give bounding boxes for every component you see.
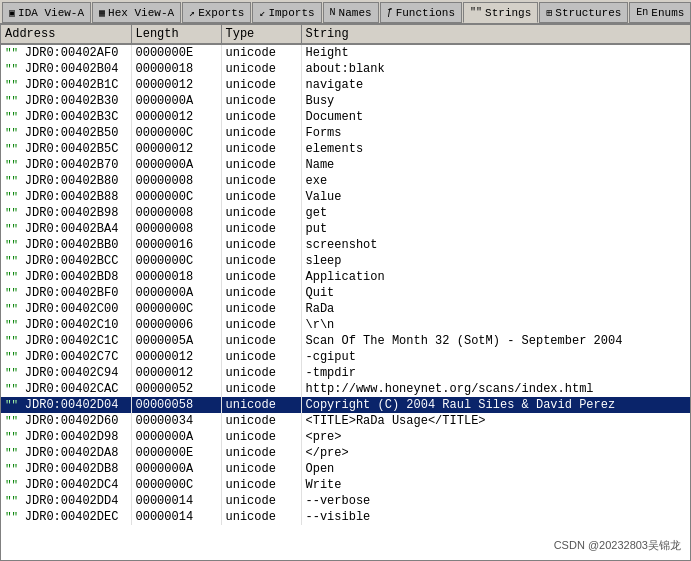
cell-address: "" JDR0:00402DC4	[1, 477, 131, 493]
cell-type: unicode	[221, 317, 301, 333]
table-row[interactable]: "" JDR0:00402B3C00000012unicodeDocument	[1, 109, 690, 125]
cell-address: "" JDR0:00402D60	[1, 413, 131, 429]
tab-enums[interactable]: EnEnums	[629, 2, 691, 23]
tab-strings[interactable]: ""Strings	[463, 2, 538, 23]
table-row[interactable]: "" JDR0:00402BCC0000000Cunicodesleep	[1, 253, 690, 269]
table-row[interactable]: "" JDR0:00402DEC00000014unicode--visible	[1, 509, 690, 525]
cell-length: 0000005A	[131, 333, 221, 349]
cell-address: "" JDR0:00402B98	[1, 205, 131, 221]
cell-address: "" JDR0:00402C94	[1, 365, 131, 381]
table-row[interactable]: "" JDR0:00402BA400000008unicodeput	[1, 221, 690, 237]
address-value: JDR0:00402B98	[25, 206, 119, 220]
tab-icon: N	[330, 7, 336, 18]
table-row[interactable]: "" JDR0:00402B700000000AunicodeName	[1, 157, 690, 173]
table-row[interactable]: "" JDR0:00402B880000000CunicodeValue	[1, 189, 690, 205]
cell-length: 00000008	[131, 205, 221, 221]
table-row[interactable]: "" JDR0:00402DC40000000CunicodeWrite	[1, 477, 690, 493]
cell-length: 00000052	[131, 381, 221, 397]
table-row[interactable]: "" JDR0:00402DD400000014unicode--verbose	[1, 493, 690, 509]
tab-ida-view-a[interactable]: ▣IDA View-A	[2, 2, 91, 23]
cell-length: 0000000E	[131, 44, 221, 61]
table-row[interactable]: "" JDR0:00402D6000000034unicode<TITLE>Ra…	[1, 413, 690, 429]
strings-table-container[interactable]: Address Length Type String "" JDR0:00402…	[0, 24, 691, 561]
cell-string: get	[301, 205, 690, 221]
cell-length: 00000016	[131, 237, 221, 253]
table-row[interactable]: "" JDR0:00402C1C0000005AunicodeScan Of T…	[1, 333, 690, 349]
cell-string: screenshot	[301, 237, 690, 253]
address-value: JDR0:00402BF0	[25, 286, 119, 300]
table-row[interactable]: "" JDR0:00402BB000000016unicodescreensho…	[1, 237, 690, 253]
row-prefix: ""	[5, 431, 25, 443]
cell-address: "" JDR0:00402B30	[1, 93, 131, 109]
cell-type: unicode	[221, 365, 301, 381]
cell-string: Busy	[301, 93, 690, 109]
cell-address: "" JDR0:00402C00	[1, 301, 131, 317]
cell-string: <TITLE>RaDa Usage</TITLE>	[301, 413, 690, 429]
row-prefix: ""	[5, 383, 25, 395]
row-prefix: ""	[5, 511, 25, 523]
cell-string: \r\n	[301, 317, 690, 333]
row-prefix: ""	[5, 127, 25, 139]
row-prefix: ""	[5, 271, 25, 283]
table-row[interactable]: "" JDR0:00402D0400000058unicodeCopyright…	[1, 397, 690, 413]
cell-length: 0000000C	[131, 301, 221, 317]
cell-length: 00000018	[131, 269, 221, 285]
table-row[interactable]: "" JDR0:00402B1C00000012unicodenavigate	[1, 77, 690, 93]
row-prefix: ""	[5, 191, 25, 203]
cell-type: unicode	[221, 445, 301, 461]
address-value: JDR0:00402B50	[25, 126, 119, 140]
tab-exports[interactable]: ↗Exports	[182, 2, 251, 23]
table-row[interactable]: "" JDR0:00402B9800000008unicodeget	[1, 205, 690, 221]
table-row[interactable]: "" JDR0:00402C1000000006unicode\r\n	[1, 317, 690, 333]
cell-address: "" JDR0:00402D04	[1, 397, 131, 413]
tab-hex-view-a[interactable]: ▦Hex View-A	[92, 2, 181, 23]
row-prefix: ""	[5, 495, 25, 507]
cell-type: unicode	[221, 157, 301, 173]
table-row[interactable]: "" JDR0:00402B8000000008unicodeexe	[1, 173, 690, 189]
table-row[interactable]: "" JDR0:00402B0400000018unicodeabout:bla…	[1, 61, 690, 77]
table-row[interactable]: "" JDR0:00402C000000000CunicodeRaDa	[1, 301, 690, 317]
tab-imports[interactable]: ↙Imports	[252, 2, 321, 23]
address-value: JDR0:00402B3C	[25, 110, 119, 124]
table-row[interactable]: "" JDR0:00402BD800000018unicodeApplicati…	[1, 269, 690, 285]
cell-length: 00000012	[131, 349, 221, 365]
table-row[interactable]: "" JDR0:00402DA80000000Eunicode</pre>	[1, 445, 690, 461]
header-address: Address	[1, 25, 131, 44]
table-row[interactable]: "" JDR0:00402D980000000Aunicode<pre>	[1, 429, 690, 445]
table-row[interactable]: "" JDR0:00402BF00000000AunicodeQuit	[1, 285, 690, 301]
cell-address: "" JDR0:00402B5C	[1, 141, 131, 157]
address-value: JDR0:00402C10	[25, 318, 119, 332]
cell-length: 00000012	[131, 141, 221, 157]
cell-type: unicode	[221, 141, 301, 157]
cell-type: unicode	[221, 381, 301, 397]
address-value: JDR0:00402DEC	[25, 510, 119, 524]
cell-address: "" JDR0:00402B3C	[1, 109, 131, 125]
row-prefix: ""	[5, 447, 25, 459]
tab-label: Structures	[555, 7, 621, 19]
tab-names[interactable]: NNames	[323, 2, 379, 23]
cell-type: unicode	[221, 429, 301, 445]
table-row[interactable]: "" JDR0:00402DB80000000AunicodeOpen	[1, 461, 690, 477]
cell-string: RaDa	[301, 301, 690, 317]
address-value: JDR0:00402BD8	[25, 270, 119, 284]
address-value: JDR0:00402B80	[25, 174, 119, 188]
table-row[interactable]: "" JDR0:00402B300000000AunicodeBusy	[1, 93, 690, 109]
table-row[interactable]: "" JDR0:00402CAC00000052unicodehttp://ww…	[1, 381, 690, 397]
table-row[interactable]: "" JDR0:00402B500000000CunicodeForms	[1, 125, 690, 141]
cell-string: exe	[301, 173, 690, 189]
cell-type: unicode	[221, 253, 301, 269]
table-row[interactable]: "" JDR0:00402C9400000012unicode-tmpdir	[1, 365, 690, 381]
address-value: JDR0:00402B5C	[25, 142, 119, 156]
cell-address: "" JDR0:00402DEC	[1, 509, 131, 525]
address-value: JDR0:00402D04	[25, 398, 119, 412]
table-header-row: Address Length Type String	[1, 25, 690, 44]
tab-label: Strings	[485, 7, 531, 19]
table-row[interactable]: "" JDR0:00402B5C00000012unicodeelements	[1, 141, 690, 157]
table-row[interactable]: "" JDR0:00402AF00000000EunicodeHeight	[1, 44, 690, 61]
cell-address: "" JDR0:00402BA4	[1, 221, 131, 237]
cell-length: 0000000A	[131, 93, 221, 109]
tab-structures[interactable]: ⊞Structures	[539, 2, 628, 23]
table-row[interactable]: "" JDR0:00402C7C00000012unicode-cgiput	[1, 349, 690, 365]
cell-length: 00000014	[131, 493, 221, 509]
tab-functions[interactable]: ƒFunctions	[380, 2, 462, 23]
